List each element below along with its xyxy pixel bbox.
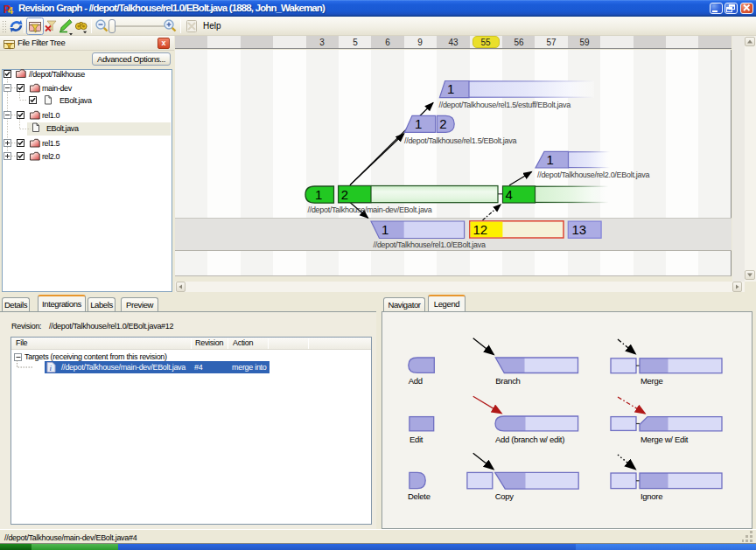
svg-text:12: 12 bbox=[473, 222, 488, 237]
svg-text:Add: Add bbox=[409, 376, 423, 386]
svg-text:Ignore: Ignore bbox=[640, 491, 662, 501]
svg-text:4: 4 bbox=[506, 187, 513, 202]
svg-text://depot/Talkhouse/rel1.5/estuf: //depot/Talkhouse/rel1.5/estuff/EBolt.ja… bbox=[439, 101, 571, 109]
svg-text://depot/Talkhouse/rel1.5/EBolt: //depot/Talkhouse/rel1.5/EBolt.java bbox=[404, 136, 516, 145]
svg-text:1: 1 bbox=[415, 116, 422, 131]
svg-text:Add (branch w/ edit): Add (branch w/ edit) bbox=[495, 435, 564, 444]
svg-text:Merge: Merge bbox=[640, 376, 662, 386]
svg-text:Branch: Branch bbox=[495, 376, 520, 386]
svg-text:Merge w/ Edit: Merge w/ Edit bbox=[640, 435, 689, 444]
svg-text:Help: Help bbox=[203, 21, 221, 31]
svg-text:Copy: Copy bbox=[495, 491, 514, 501]
svg-text:Edit: Edit bbox=[410, 435, 424, 444]
svg-text://depot/Talkhouse/rel1.0/EBolt: //depot/Talkhouse/rel1.0/EBolt.java bbox=[374, 240, 486, 249]
svg-text:Delete: Delete bbox=[408, 491, 430, 501]
svg-text://depot/Talkhouse/rel2.0/EBolt: //depot/Talkhouse/rel2.0/EBolt.java bbox=[537, 171, 649, 179]
svg-text:2: 2 bbox=[341, 187, 348, 202]
svg-text:1: 1 bbox=[447, 81, 454, 96]
svg-text:1: 1 bbox=[315, 187, 322, 202]
svg-text:13: 13 bbox=[572, 222, 587, 237]
svg-text://depot/Talkhouse/main-dev/EBo: //depot/Talkhouse/main-dev/EBolt.java bbox=[308, 205, 432, 214]
svg-text:1: 1 bbox=[547, 152, 554, 167]
svg-text:1: 1 bbox=[382, 222, 388, 237]
svg-text:2: 2 bbox=[439, 116, 446, 131]
svg-text:4: 4 bbox=[8, 5, 14, 15]
